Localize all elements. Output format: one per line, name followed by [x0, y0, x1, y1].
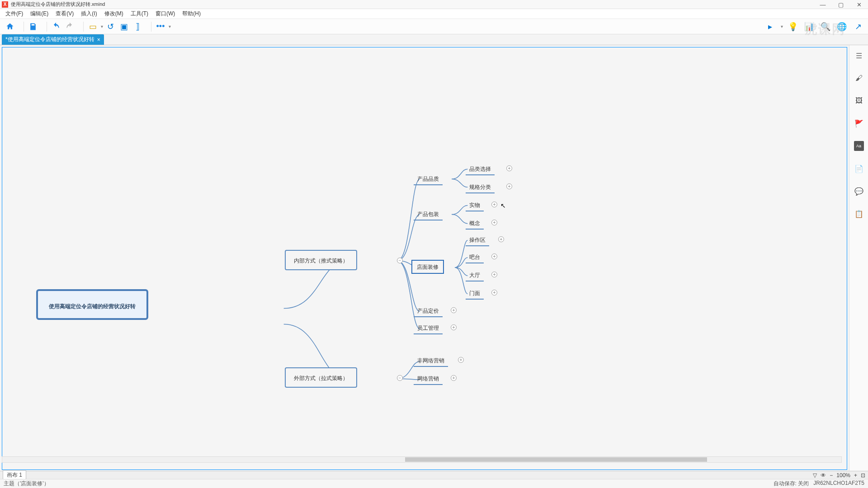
summary-button[interactable]: ⟧ [131, 20, 144, 33]
format-icon[interactable]: 🖌 [854, 73, 864, 83]
node-pricing[interactable]: 产品定价 [414, 305, 443, 317]
maximize-button[interactable]: ▢ [832, 0, 850, 9]
leaf-facade[interactable]: 门面 [466, 287, 484, 300]
filter-icon[interactable]: ▽ [813, 472, 817, 479]
sheetbar: 画布 1 ▽ 👁 − 100% + ⊡ [0, 471, 868, 479]
side-panel: ☰ 🖌 🖼 🚩 Aa 📄 💬 📋 [849, 45, 868, 472]
canvas[interactable]: 使用高端定位令店铺的经营状况好转 内部方式（推式策略） − 产品品质 产品包装 … [2, 47, 847, 470]
save-button[interactable] [27, 20, 39, 33]
branch-internal[interactable]: 内部方式（推式策略） [285, 250, 357, 270]
present-button[interactable]: ▸ [764, 20, 776, 33]
search-button[interactable]: 🔍 [819, 20, 832, 33]
menu-window[interactable]: 窗口(W) [152, 9, 179, 19]
export-button[interactable]: ↗ [852, 20, 864, 33]
collapse-icon[interactable]: − [397, 258, 403, 263]
idea-button[interactable]: 💡 [787, 20, 799, 33]
node-packaging[interactable]: 产品包装 [414, 208, 443, 221]
tabbar: *使用高端定位令店铺的经营状况好转 × [0, 34, 868, 45]
workspace: 使用高端定位令店铺的经营状况好转 内部方式（推式策略） − 产品品质 产品包装 … [0, 45, 868, 472]
expand-icon[interactable]: + [491, 290, 497, 296]
window-title: 使用高端定位令店铺的经营状况好转.xmind [11, 1, 105, 8]
menu-help[interactable]: 帮助(H) [179, 9, 204, 19]
mindmap-root[interactable]: 使用高端定位令店铺的经营状况好转 [36, 289, 148, 320]
zoom-in-button[interactable]: + [854, 472, 857, 479]
leaf-offline-marketing[interactable]: 非网络营销 [414, 355, 448, 367]
collapse-icon[interactable]: − [397, 375, 403, 381]
expand-icon[interactable]: + [458, 357, 464, 363]
menu-view[interactable]: 查看(V) [52, 9, 77, 19]
leaf-physical[interactable]: 实物 [466, 199, 484, 211]
comments-icon[interactable]: 💬 [854, 186, 864, 196]
expand-icon[interactable]: + [491, 253, 497, 259]
leaf-category[interactable]: 品类选择 [466, 163, 495, 175]
menu-file[interactable]: 文件(F) [2, 9, 27, 19]
leaf-hall[interactable]: 大厅 [466, 269, 484, 282]
app-icon: X [2, 1, 8, 8]
leaf-spec[interactable]: 规格分类 [466, 181, 495, 193]
expand-icon[interactable]: + [451, 307, 457, 313]
expand-icon[interactable]: + [451, 324, 457, 330]
status-selection: 主题（'店面装修'） [4, 480, 49, 488]
document-tab[interactable]: *使用高端定位令店铺的经营状况好转 × [2, 34, 104, 45]
titlebar: X 使用高端定位令店铺的经营状况好转.xmind — ▢ ✕ [0, 0, 868, 9]
tab-label: *使用高端定位令店铺的经营状况好转 [5, 36, 94, 43]
statusbar: 主题（'店面装修'） 自动保存: 关闭 JR62NLCHO1AF2T5 [0, 479, 868, 488]
share-button[interactable]: 🌐 [835, 20, 848, 33]
autosave-status: 自动保存: 关闭 [774, 480, 809, 488]
notes-icon[interactable]: 📄 [854, 164, 864, 174]
image-icon[interactable]: 🖼 [854, 96, 864, 106]
marker-icon[interactable]: 🚩 [854, 118, 864, 128]
node-product-quality[interactable]: 产品品质 [414, 173, 443, 185]
redo-button[interactable] [63, 20, 76, 33]
close-button[interactable]: ✕ [850, 0, 868, 9]
outline-icon[interactable]: ☰ [854, 51, 864, 61]
menu-edit[interactable]: 编辑(E) [27, 9, 52, 19]
minimize-button[interactable]: — [814, 0, 832, 9]
branch-external[interactable]: 外部方式（拉式策略） [285, 367, 357, 388]
expand-icon[interactable]: + [506, 165, 512, 171]
horizontal-scrollbar[interactable] [2, 456, 842, 463]
zoom-level[interactable]: 100% [836, 472, 850, 479]
undo-button[interactable] [50, 20, 62, 33]
menu-modify[interactable]: 修改(M) [101, 9, 127, 19]
node-decoration-selected[interactable]: 店面装修 [411, 260, 444, 274]
expand-icon[interactable]: + [506, 183, 512, 189]
relationship-button[interactable]: ↺ [104, 20, 117, 33]
boundary-button[interactable]: ▣ [118, 20, 130, 33]
menubar: 文件(F) 编辑(E) 查看(V) 插入(I) 修改(M) 工具(T) 窗口(W… [0, 9, 868, 19]
gantt-button[interactable]: 📊 [803, 20, 816, 33]
status-code: JR62NLCHO1AF2T5 [813, 480, 864, 488]
zoom-out-button[interactable]: − [830, 472, 833, 479]
leaf-operation-area[interactable]: 操作区 [466, 234, 489, 246]
expand-icon[interactable]: + [451, 375, 457, 381]
fit-button[interactable]: ⊡ [861, 472, 865, 479]
view-icon[interactable]: 👁 [821, 472, 826, 479]
expand-icon[interactable]: + [491, 220, 497, 225]
leaf-bar[interactable]: 吧台 [466, 251, 484, 263]
expand-icon[interactable]: + [491, 272, 497, 277]
home-button[interactable] [4, 20, 16, 33]
leaf-online-marketing[interactable]: 网络营销 [414, 373, 443, 385]
label-icon[interactable]: Aa [854, 141, 864, 151]
more-button[interactable]: ••• [154, 20, 167, 33]
menu-tools[interactable]: 工具(T) [127, 9, 152, 19]
expand-icon[interactable]: + [491, 202, 497, 207]
task-icon[interactable]: 📋 [854, 209, 864, 219]
node-staff[interactable]: 员工管理 [414, 322, 443, 334]
sheet-tab[interactable]: 画布 1 [3, 470, 26, 480]
menu-insert[interactable]: 插入(I) [77, 9, 100, 19]
expand-icon[interactable]: + [498, 236, 504, 242]
toolbar: ▭▾ ↺ ▣ ⟧ •••▾ ▸▾ 💡 📊 🔍 🌐 ↗ [0, 19, 868, 34]
topic-button[interactable]: ▭ [86, 20, 99, 33]
tab-close-icon[interactable]: × [97, 37, 100, 43]
mouse-cursor-icon: ↖ [500, 202, 506, 209]
leaf-concept[interactable]: 概念 [466, 217, 484, 230]
